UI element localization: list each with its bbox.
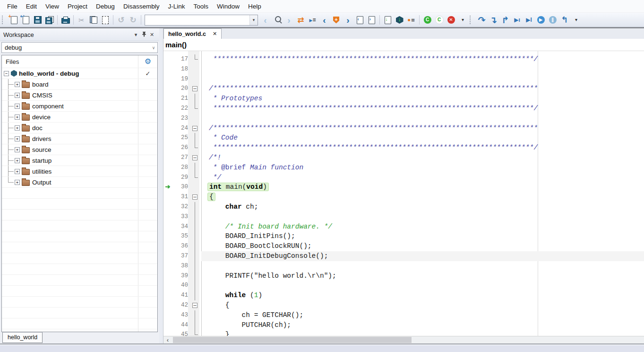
step-out-button[interactable]: ↱ [500,14,511,26]
breakpoint-margin[interactable] [163,281,172,290]
breakpoint-margin[interactable] [163,133,172,143]
line-number[interactable]: 22 [172,104,188,114]
breakpoint-margin[interactable] [163,74,172,84]
breakpoint-margin[interactable] [163,143,172,153]
quick-search-icon[interactable] [272,14,283,26]
line-number[interactable]: 30 [172,182,188,192]
code-line-44[interactable]: 44 PUTCHAR(ch); [163,320,644,330]
code-text[interactable] [201,261,644,271]
previous-bookmark-button[interactable]: ‹ [319,14,330,26]
code-line-42[interactable]: 42 { [163,300,644,310]
code-text[interactable]: BOARD_InitDebugConsole(); [201,251,644,261]
close-icon[interactable]: ✕ [213,31,217,36]
code-line-29[interactable]: 29 */ [163,173,644,183]
previous-document-button[interactable]: ‹ [354,14,365,26]
code-line-21[interactable]: 21 * Prototypes [163,94,644,104]
chevron-down-icon[interactable]: ▾ [249,15,258,25]
line-number[interactable]: 37 [172,251,188,261]
line-number[interactable]: 39 [172,271,188,281]
breakpoint-margin[interactable] [163,114,172,123]
tree-row-drivers[interactable]: +drivers [2,133,157,144]
expand-box-icon[interactable]: + [15,93,20,98]
code-line-38[interactable]: 38 [163,261,644,271]
code-area[interactable]: 17 *************************************… [163,51,644,336]
code-line-45[interactable]: 45 } [163,330,644,336]
line-number[interactable]: 29 [172,173,188,183]
line-number[interactable]: 17 [172,54,188,64]
breakpoint-margin[interactable] [163,320,172,330]
fold-collapse-icon[interactable] [188,153,201,163]
workspace-tab[interactable]: hello_world [2,332,43,343]
code-line-20[interactable]: 20/*************************************… [163,84,644,94]
line-number[interactable]: 36 [172,241,188,251]
code-text[interactable] [201,74,644,84]
code-line-22[interactable]: 22 *************************************… [163,104,644,114]
line-number[interactable]: 38 [172,261,188,271]
line-number[interactable]: 41 [172,290,188,300]
copy-button[interactable] [88,14,99,26]
new-document-button[interactable]: + [9,14,19,26]
close-panel-icon[interactable]: ✕ [148,32,156,37]
paste-button[interactable] [100,14,111,26]
fold-collapse-icon[interactable] [188,300,201,310]
breakpoint-margin[interactable] [163,290,172,300]
line-number[interactable]: 44 [172,320,188,330]
step-into-button[interactable]: ↴ [488,14,499,26]
expand-box-icon[interactable]: + [15,136,20,141]
line-number[interactable]: 21 [172,94,188,104]
code-text[interactable]: { [201,300,644,310]
code-text[interactable]: BOARD_BootClockRUN(); [201,241,644,251]
run-to-cursor-button[interactable]: ▶I [524,14,534,26]
tree-row-utilities[interactable]: +utilities [2,166,157,177]
code-text[interactable]: * Code [201,133,644,143]
expand-box-icon[interactable]: + [15,114,20,120]
tree-row-cmsis[interactable]: +CMSIS [2,90,157,101]
code-text[interactable]: /***************************************… [201,123,644,133]
menu-tools[interactable]: Tools [189,1,213,12]
breakpoint-margin[interactable] [163,163,172,173]
line-number[interactable]: 25 [172,133,188,143]
code-text[interactable]: /* Init board hardware. */ [201,222,644,232]
code-text[interactable]: ****************************************… [201,54,644,64]
line-number[interactable]: 28 [172,163,188,173]
code-text[interactable]: char ch; [201,202,644,212]
breakpoint-margin[interactable] [163,251,172,261]
scroll-left-button[interactable]: ‹ [163,336,172,343]
expand-box-icon[interactable]: + [15,82,20,87]
line-number[interactable]: 27 [172,153,188,163]
find-previous-button[interactable]: ‹ [260,14,271,26]
code-text[interactable]: while (1) [201,290,644,300]
breakpoint-margin[interactable] [163,123,172,133]
code-text[interactable]: PRINTF("hello world.\r\n"); [201,271,644,281]
code-line-24[interactable]: 24/*************************************… [163,123,644,133]
scrollbar-thumb[interactable] [173,337,412,343]
fold-collapse-icon[interactable] [188,192,201,202]
download-button[interactable]: ↓ [382,14,393,26]
menu-file[interactable]: File [3,1,22,12]
breakpoint-margin[interactable] [163,271,172,281]
menu-project[interactable]: Project [63,1,92,12]
redo-button[interactable]: ↻ [128,14,138,26]
code-line-28[interactable]: 28 * @brief Main function [163,163,644,173]
compile-button[interactable]: C [434,14,445,26]
break-button[interactable]: ∥ [547,14,558,26]
code-line-39[interactable]: 39 PRINTF("hello world.\r\n"); [163,271,644,281]
breakpoint-margin[interactable] [163,310,172,320]
menu-debug[interactable]: Debug [92,1,119,12]
code-line-19[interactable]: 19 [163,74,644,84]
breakpoint-margin[interactable] [163,153,172,163]
line-number[interactable]: 24 [172,123,188,133]
code-line-34[interactable]: 34 /* Init board hardware. */ [163,222,644,232]
undo-button[interactable]: ↺ [116,14,127,26]
breakpoint-margin[interactable] [163,104,172,114]
line-number[interactable]: 20 [172,84,188,94]
code-line-37[interactable]: 37 BOARD_InitDebugConsole(); [163,251,644,261]
menu-view[interactable]: View [41,1,63,12]
go-to-function-button[interactable]: ▶≡ [307,14,318,26]
code-text[interactable]: * Prototypes [201,94,644,104]
line-number[interactable]: 42 [172,300,188,310]
code-line-26[interactable]: 26 *************************************… [163,143,644,153]
code-line-32[interactable]: 32 char ch; [163,202,644,212]
toggle-bookmark-button[interactable]: + [331,14,342,26]
code-text[interactable] [201,64,644,74]
